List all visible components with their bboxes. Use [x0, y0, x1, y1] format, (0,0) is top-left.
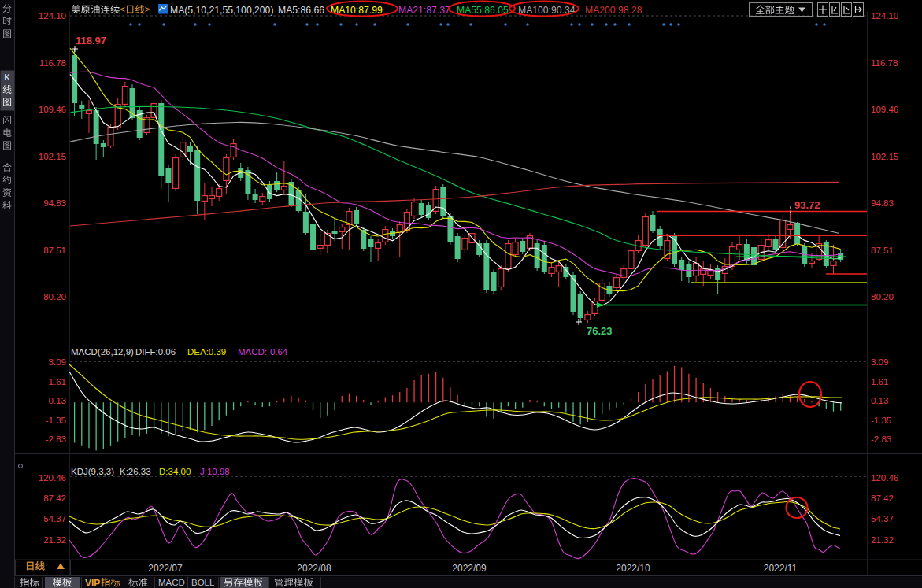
- svg-text:3.09: 3.09: [871, 357, 888, 367]
- svg-text:21.32: 21.32: [871, 535, 894, 545]
- svg-text:124.10: 124.10: [39, 11, 66, 20]
- svg-text:1.61: 1.61: [871, 377, 888, 386]
- svg-text:93.72: 93.72: [794, 199, 820, 211]
- svg-text:21.32: 21.32: [43, 535, 66, 545]
- svg-text:K: K: [4, 72, 10, 82]
- svg-text:D:34.00: D:34.00: [159, 467, 191, 476]
- svg-text:MA(5,10,21,55,100,200): MA(5,10,21,55,100,200): [170, 5, 273, 16]
- svg-text:87.51: 87.51: [43, 246, 66, 255]
- svg-text:K:26.33: K:26.33: [120, 467, 151, 476]
- svg-text:MA200:98.28: MA200:98.28: [585, 5, 642, 16]
- svg-text:J:10.98: J:10.98: [200, 467, 230, 476]
- svg-text:MA21:87.37: MA21:87.37: [398, 5, 450, 16]
- svg-text:94.83: 94.83: [43, 198, 66, 208]
- svg-text:94.83: 94.83: [871, 198, 894, 208]
- svg-text:120.46: 120.46: [871, 473, 898, 483]
- svg-text:3.09: 3.09: [49, 357, 66, 367]
- svg-text:109.46: 109.46: [39, 105, 66, 114]
- svg-text:116.78: 116.78: [871, 58, 898, 68]
- svg-text:54.37: 54.37: [43, 514, 66, 523]
- svg-text:MACD: MACD: [158, 578, 185, 587]
- svg-text:DIFF:0.06: DIFF:0.06: [135, 347, 176, 357]
- svg-text:DEA:0.39: DEA:0.39: [187, 347, 226, 357]
- svg-text:2022/11: 2022/11: [764, 563, 798, 574]
- svg-text:1.61: 1.61: [49, 377, 66, 386]
- svg-text:MACD(26,12,9): MACD(26,12,9): [71, 347, 134, 357]
- svg-text:87.42: 87.42: [871, 494, 894, 503]
- svg-text:-1.35: -1.35: [871, 416, 891, 425]
- svg-text:2022/07: 2022/07: [148, 563, 183, 574]
- svg-text:54.37: 54.37: [871, 514, 894, 523]
- svg-text:2022/09: 2022/09: [452, 563, 487, 574]
- svg-text:87.51: 87.51: [871, 246, 894, 255]
- svg-text:-2.83: -2.83: [871, 435, 891, 444]
- svg-text:0.13: 0.13: [49, 396, 66, 405]
- svg-text:102.15: 102.15: [39, 152, 66, 161]
- svg-text:80.20: 80.20: [43, 292, 66, 301]
- svg-text:124.10: 124.10: [871, 11, 898, 20]
- svg-text:2022/08: 2022/08: [297, 563, 331, 574]
- svg-text:-2.83: -2.83: [46, 435, 66, 444]
- svg-text:80.20: 80.20: [871, 292, 894, 301]
- svg-text:-1.35: -1.35: [46, 416, 66, 425]
- svg-text:116.78: 116.78: [39, 58, 66, 68]
- svg-text:120.46: 120.46: [39, 473, 66, 483]
- svg-text:BOLL: BOLL: [191, 578, 215, 587]
- svg-text:MACD:-0.64: MACD:-0.64: [238, 347, 288, 357]
- svg-text:VIP: VIP: [85, 578, 100, 588]
- svg-text:118.97: 118.97: [76, 35, 106, 46]
- svg-text:76.23: 76.23: [587, 325, 613, 337]
- svg-text:KDJ(9,3,3): KDJ(9,3,3): [71, 467, 114, 476]
- svg-text:87.42: 87.42: [43, 494, 66, 503]
- svg-text:109.46: 109.46: [871, 105, 898, 114]
- svg-text:2022/10: 2022/10: [616, 563, 650, 574]
- svg-text:0.13: 0.13: [871, 396, 888, 405]
- svg-text:102.15: 102.15: [871, 152, 898, 161]
- svg-text:MA55:86.05: MA55:86.05: [457, 5, 509, 16]
- svg-text:MA5:86.66: MA5:86.66: [278, 5, 324, 16]
